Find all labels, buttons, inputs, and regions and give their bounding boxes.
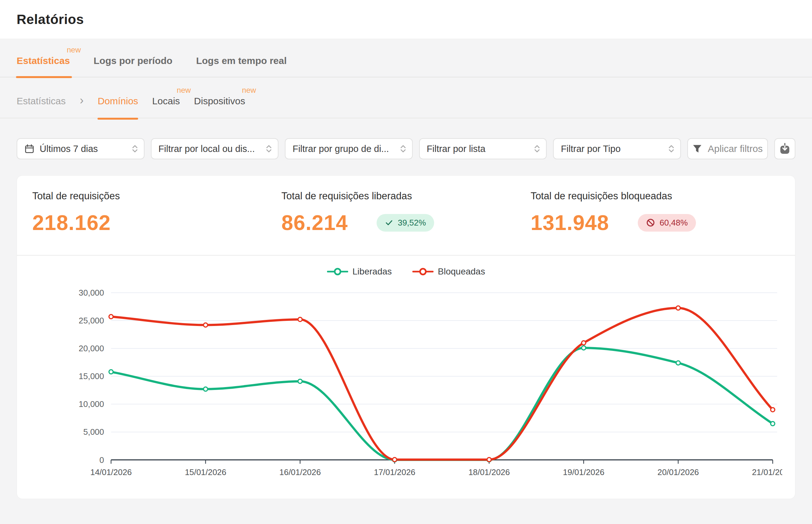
main-tabs: new Estatísticas Logs por período Logs e…: [0, 39, 812, 78]
stat-label: Total de requisições bloqueadas: [531, 190, 780, 202]
subtab-label: Dispositivos: [194, 96, 245, 106]
check-icon: [385, 218, 393, 227]
page-title: Relatórios: [17, 12, 84, 27]
svg-text:20,000: 20,000: [79, 344, 104, 353]
tab-label: Logs em tempo real: [196, 55, 286, 66]
apply-filters-label: Aplicar filtros: [708, 143, 763, 154]
subtab-dominios[interactable]: Domínios: [98, 95, 138, 107]
svg-text:30,000: 30,000: [79, 288, 104, 297]
app-header: Relatórios: [0, 0, 812, 39]
legend-liberadas[interactable]: Liberadas: [327, 266, 392, 277]
filter-group-select[interactable]: Filtrar por grupo de di...: [285, 138, 413, 159]
legend-label: Liberadas: [353, 266, 392, 277]
badge-value: 60,48%: [660, 218, 688, 228]
chevron-sort-icon: [131, 144, 139, 153]
subtab-label: Domínios: [98, 96, 138, 106]
stat-allowed-requests: Total de requisições liberadas 86.214 39…: [281, 190, 530, 234]
tab-label: Logs por período: [94, 55, 173, 66]
breadcrumb: Estatísticas › Domínios new Locais new D…: [0, 78, 812, 118]
date-range-value: Últimos 7 dias: [40, 144, 126, 154]
svg-text:5,000: 5,000: [83, 427, 104, 436]
select-value: Filtrar por grupo de di...: [292, 144, 394, 154]
legend-marker-icon: [327, 267, 348, 276]
new-badge: new: [242, 86, 256, 94]
date-range-select[interactable]: Últimos 7 dias: [17, 138, 145, 159]
chevron-sort-icon: [533, 144, 541, 153]
stat-label: Total de requisições: [32, 190, 281, 202]
filter-type-select[interactable]: Filtrar por Tipo: [553, 138, 681, 159]
tab-estatisticas[interactable]: new Estatísticas: [17, 55, 70, 77]
new-badge: new: [177, 86, 191, 94]
stat-value: 86.214: [281, 211, 348, 234]
chevron-sort-icon: [265, 144, 273, 153]
funnel-icon: [692, 144, 702, 153]
stat-value: 218.162: [32, 211, 111, 234]
apply-filters-button[interactable]: Aplicar filtros: [687, 138, 768, 159]
blocked-icon: [646, 218, 655, 227]
stats-row: Total de requisições 218.162 Total de re…: [17, 176, 795, 255]
filters-bar: Últimos 7 dias Filtrar por local ou dis.…: [17, 138, 795, 159]
svg-text:19/01/2026: 19/01/2026: [563, 468, 605, 477]
svg-text:20/01/2026: 20/01/2026: [658, 468, 699, 477]
filter-local-device-select[interactable]: Filtrar por local ou dis...: [151, 138, 279, 159]
blocked-percentage-badge: 60,48%: [638, 214, 696, 232]
chevron-right-icon: ›: [80, 96, 83, 105]
report-card: Total de requisições 218.162 Total de re…: [17, 175, 795, 499]
select-value: Filtrar por local ou dis...: [158, 144, 260, 154]
svg-text:17/01/2026: 17/01/2026: [374, 468, 416, 477]
badge-value: 39,52%: [398, 218, 426, 228]
breadcrumb-root: Estatísticas: [17, 95, 66, 107]
subtab-locais[interactable]: new Locais: [152, 95, 180, 107]
svg-text:25,000: 25,000: [79, 316, 104, 325]
chart-section: Liberadas Bloqueadas 05,00010,00015,0002…: [17, 256, 795, 499]
svg-text:10,000: 10,000: [79, 399, 104, 409]
line-chart[interactable]: 05,00010,00015,00020,00025,00030,00014/0…: [30, 284, 782, 491]
calendar-icon: [24, 144, 35, 154]
svg-text:18/01/2026: 18/01/2026: [468, 468, 510, 477]
subtab-dispositivos[interactable]: new Dispositivos: [194, 95, 245, 107]
svg-text:16/01/2026: 16/01/2026: [280, 468, 321, 477]
download-report-button[interactable]: [774, 138, 795, 159]
svg-text:15/01/2026: 15/01/2026: [185, 468, 226, 477]
legend-marker-icon: [412, 267, 434, 276]
filter-list-select[interactable]: Filtrar por lista: [419, 138, 547, 159]
new-badge: new: [67, 46, 81, 54]
tab-label: Estatísticas: [17, 55, 70, 66]
stat-total-requests: Total de requisições 218.162: [32, 190, 281, 234]
select-value: Filtrar por lista: [427, 144, 528, 154]
download-icon: [778, 142, 792, 155]
chevron-sort-icon: [667, 144, 675, 153]
svg-text:21/01/2026: 21/01/2026: [752, 468, 782, 477]
legend-label: Bloqueadas: [438, 266, 485, 277]
svg-text:15,000: 15,000: [79, 372, 104, 381]
stat-value: 131.948: [531, 211, 609, 234]
allowed-percentage-badge: 39,52%: [377, 214, 434, 232]
stat-blocked-requests: Total de requisições bloqueadas 131.948 …: [531, 190, 780, 234]
chart-legend: Liberadas Bloqueadas: [30, 266, 782, 277]
tab-logs-tempo-real[interactable]: Logs em tempo real: [196, 55, 286, 77]
select-value: Filtrar por Tipo: [561, 144, 662, 154]
svg-text:14/01/2026: 14/01/2026: [90, 468, 132, 477]
legend-bloqueadas[interactable]: Bloqueadas: [412, 266, 485, 277]
svg-text:0: 0: [99, 456, 104, 464]
stat-label: Total de requisições liberadas: [281, 190, 530, 202]
tab-logs-por-periodo[interactable]: Logs por período: [94, 55, 173, 77]
subtab-label: Locais: [152, 96, 180, 106]
chevron-sort-icon: [399, 144, 407, 153]
